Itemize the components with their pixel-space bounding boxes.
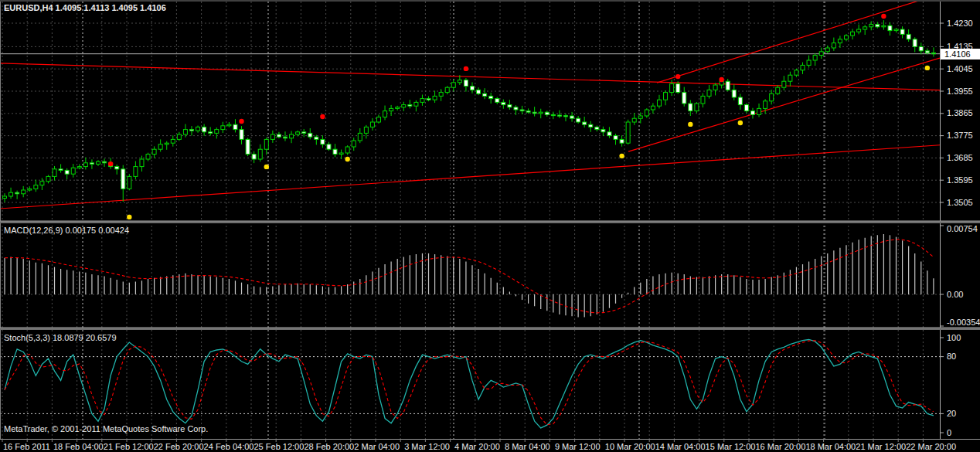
buy-dot <box>738 121 743 125</box>
price-axis-label: 1.3955 <box>947 87 973 96</box>
candle <box>90 163 94 165</box>
candle <box>788 75 792 81</box>
candle <box>533 112 536 114</box>
candle <box>370 122 374 127</box>
candle <box>894 29 898 31</box>
candle <box>477 90 481 93</box>
candle <box>177 134 181 139</box>
buy-dot <box>619 154 624 158</box>
panel-splitter[interactable] <box>0 328 980 330</box>
sell-dot <box>881 14 886 19</box>
buy-dot <box>127 215 131 219</box>
candle <box>258 149 262 159</box>
candle <box>776 87 780 93</box>
time-axis-label: 9 Mar 12:00 <box>555 442 601 451</box>
current-price-tag: 1.4106 <box>941 49 980 59</box>
candle <box>726 81 730 90</box>
candle <box>296 132 300 134</box>
macd-axis-label: 0.00 <box>947 291 963 299</box>
candle <box>77 167 81 168</box>
panel-splitter[interactable] <box>0 221 980 223</box>
candle <box>713 85 717 90</box>
candle <box>626 122 630 143</box>
candle <box>396 107 400 109</box>
candle <box>46 176 50 181</box>
candle <box>22 190 26 194</box>
price-axis-label: 1.4230 <box>947 19 973 28</box>
candle <box>40 182 44 185</box>
copyright-text: MetaTrader, © 2001-2011 MetaQuotes Softw… <box>4 424 208 434</box>
candle <box>607 132 611 136</box>
candle <box>563 116 567 117</box>
time-axis-label: 21 Mar 12:00 <box>856 442 906 451</box>
time-axis-label: 16 Mar 20:00 <box>756 442 806 451</box>
chart-canvas[interactable] <box>0 0 980 452</box>
macd-signal-line <box>5 240 934 313</box>
candle <box>15 192 19 194</box>
candle <box>557 115 561 116</box>
candle <box>96 161 100 164</box>
candle <box>390 108 393 110</box>
candle <box>358 133 362 141</box>
candle <box>888 25 892 30</box>
price-axis-label: 1.3865 <box>947 109 973 117</box>
candle <box>695 104 699 111</box>
stoch-panel[interactable] <box>5 340 934 428</box>
candle <box>651 106 655 110</box>
time-axis-label: 18 Feb 04:00 <box>53 442 104 451</box>
candle <box>470 87 474 90</box>
candle <box>202 127 206 131</box>
candle <box>315 137 318 139</box>
time-axis-label: 8 Mar 04:00 <box>505 442 550 451</box>
candle <box>420 99 424 103</box>
sell-dot <box>675 74 680 79</box>
candle <box>545 112 549 114</box>
candle <box>570 116 574 118</box>
stoch-axis-label: 20 <box>947 410 956 418</box>
time-axis-label: 18 Mar 04:00 <box>805 442 856 451</box>
candle <box>53 169 56 177</box>
candle <box>701 96 705 104</box>
candle <box>832 43 835 48</box>
candle <box>408 105 412 107</box>
macd-histogram <box>5 234 934 317</box>
candle <box>931 53 935 53</box>
candle <box>750 111 754 115</box>
candle <box>676 83 680 92</box>
trendlines[interactable] <box>0 1 940 209</box>
candle <box>433 96 437 100</box>
sell-dot <box>719 77 723 82</box>
candle <box>738 97 742 105</box>
candle <box>483 93 487 96</box>
candle <box>383 111 387 117</box>
panel-frame <box>0 1 980 442</box>
candle <box>489 96 493 98</box>
candle <box>128 176 131 189</box>
candle <box>825 48 829 52</box>
price-axis-label: 1.3775 <box>947 131 973 140</box>
candle <box>851 32 855 36</box>
candle <box>645 110 648 116</box>
candle <box>364 127 368 133</box>
candle <box>445 87 449 92</box>
macd-panel[interactable] <box>5 234 934 317</box>
candle <box>707 90 711 96</box>
candle <box>807 60 811 65</box>
macd-indicator-label: MACD(12,26,9) 0.00175 0.00424 <box>4 226 129 236</box>
candle <box>215 130 219 134</box>
candle <box>28 189 32 190</box>
time-axis-label: 28 Feb 20:00 <box>304 442 354 451</box>
candle <box>757 108 761 114</box>
candle <box>308 133 312 137</box>
candle <box>838 39 842 43</box>
candle <box>34 185 38 189</box>
candle <box>770 93 774 101</box>
time-axis-label: 24 Feb 04:00 <box>204 442 254 451</box>
candle <box>189 130 193 131</box>
candle <box>813 56 817 60</box>
candle <box>227 124 231 126</box>
candle <box>327 144 331 149</box>
candle <box>869 25 873 27</box>
candle <box>171 139 175 143</box>
time-axis-label: 22 Mar 20:00 <box>906 442 956 451</box>
